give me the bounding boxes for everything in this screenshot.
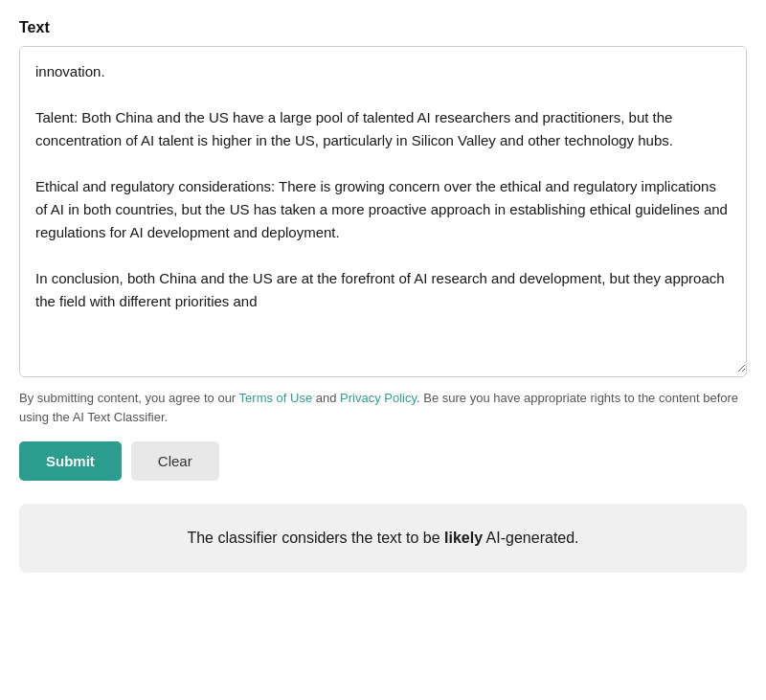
text-area-wrapper [19, 46, 747, 377]
terms-of-use-link[interactable]: Terms of Use [239, 391, 313, 405]
section-label: Text [19, 19, 747, 36]
result-text-before: The classifier considers the text to be [187, 530, 444, 546]
clear-button[interactable]: Clear [131, 441, 219, 481]
submit-button[interactable]: Submit [19, 441, 122, 481]
result-box: The classifier considers the text to be … [19, 504, 747, 573]
privacy-policy-link[interactable]: Privacy Policy [340, 391, 417, 405]
result-verdict: likely [444, 530, 483, 546]
disclaimer-text: By submitting content, you agree to our … [19, 389, 747, 426]
result-text-after: AI-generated. [483, 530, 579, 546]
text-input[interactable] [20, 47, 746, 373]
button-row: Submit Clear [19, 441, 747, 481]
